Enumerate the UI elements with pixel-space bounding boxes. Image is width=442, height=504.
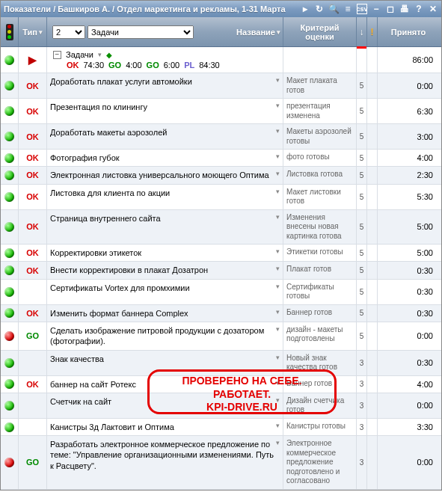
status-light [4, 331, 14, 341]
status-light [4, 287, 14, 297]
header-accepted[interactable]: Принято [378, 17, 439, 46]
header-name: 2 Задачи Название▾ [47, 17, 283, 46]
cell-type: OK [19, 210, 47, 245]
task-name: Фотография губок [50, 153, 274, 163]
chevron-down-icon[interactable]: ▾ [276, 248, 280, 255]
chevron-down-icon[interactable]: ▾ [276, 379, 280, 387]
task-name: Презентация по клинингу [50, 102, 274, 112]
cell-light [1, 393, 19, 418]
table-row[interactable]: OKКорректировки этикеток▾Этикетки готовы… [1, 245, 441, 262]
cell-priority: 3 [357, 351, 367, 375]
table-row[interactable]: OKЭлектронная листовка универсального мо… [1, 167, 441, 184]
task-name: Сертификаты Vortex для промхимии [50, 283, 274, 293]
cell-light [1, 167, 19, 183]
table-row[interactable]: OKПрезентация по клинингу▾презентация из… [1, 99, 441, 124]
chevron-down-icon[interactable]: ▾ [276, 265, 280, 272]
filter-select[interactable]: Задачи [88, 25, 194, 39]
cell-light [1, 245, 19, 261]
cell-criteria: Новый знак качества готов [283, 351, 357, 375]
table-row[interactable]: Знак качества▾Новый знак качества готов3… [1, 351, 441, 376]
table-row[interactable]: OKДоработать плакат услуги автомойки▾Мак… [1, 73, 441, 99]
table-row[interactable]: OKДоработать макеты аэрозолей▾Макеты аэр… [1, 124, 441, 150]
status-light [4, 308, 14, 318]
chevron-down-icon[interactable]: ▾ [98, 51, 102, 58]
table-row[interactable]: OKИзменить формат баннера Complex▾Баннер… [1, 305, 441, 322]
cell-priority: 5 [357, 245, 367, 261]
chevron-down-icon[interactable]: ▾ [276, 396, 280, 404]
chevron-down-icon[interactable]: ▾ [276, 325, 280, 333]
table-row[interactable]: OKЛистовка для клиента по акции▾Макет ли… [1, 185, 441, 210]
table-row[interactable]: OKСтраница внутреннего сайта▾Изменения в… [1, 210, 441, 245]
cell-priority: 5 [357, 305, 367, 322]
task-name: Канистры 3д Лактовит и Оптима [50, 422, 274, 432]
cell-warn [367, 73, 378, 98]
table-row[interactable]: OKбаннер на сайт Ротекс▾Баннер готов34:0… [1, 376, 441, 393]
help-icon[interactable]: ? [414, 4, 424, 14]
cell-name: Страница внутреннего сайта▾ [47, 210, 283, 245]
csv-icon[interactable]: csv [357, 4, 367, 14]
cell-light [1, 262, 19, 278]
level-select[interactable]: 2 [52, 25, 85, 39]
cell-warn [367, 393, 378, 418]
maximize-icon[interactable]: ◻ [385, 4, 396, 14]
cell-criteria: Макет плаката готов [283, 73, 357, 98]
cell-warn [367, 376, 378, 393]
table-row[interactable]: GOСделать изображение питровой продукции… [1, 322, 441, 351]
task-name: Корректировки этикеток [50, 248, 274, 258]
summary-row: ▶−Задачи▾◆OK74:30 GO4:00 GO6:00 PL84:308… [1, 47, 441, 73]
cell-accepted: 2:30 [378, 167, 439, 183]
cell-name: Корректировки этикеток▾ [47, 245, 283, 261]
table-row[interactable]: Сертификаты Vortex для промхимии▾Сертифи… [1, 280, 441, 305]
search-icon[interactable]: 🔍 [328, 4, 339, 14]
status-light [4, 422, 14, 432]
chevron-down-icon[interactable]: ▾ [276, 170, 280, 177]
header-warning[interactable]: ! [367, 17, 378, 46]
cell-name: Знак качества▾ [47, 351, 283, 375]
cell-name: −Задачи▾◆OK74:30 GO4:00 GO6:00 PL84:30 [47, 47, 283, 73]
chevron-down-icon[interactable]: ▾ [276, 213, 280, 221]
cell-priority: 5 [357, 150, 367, 166]
chevron-down-icon[interactable]: ▾ [276, 188, 280, 195]
cell-accepted: 4:00 [378, 150, 439, 166]
chevron-down-icon[interactable]: ▾ [276, 102, 280, 109]
cell-accepted: 6:30 [378, 99, 439, 123]
diamond-icon[interactable]: ◆ [106, 51, 112, 59]
nav-right-icon[interactable]: ▸ [300, 4, 310, 14]
cell-accepted: 3:00 [378, 124, 439, 149]
chevron-down-icon[interactable]: ▾ [276, 354, 280, 361]
chevron-down-icon[interactable]: ▾ [276, 127, 280, 135]
type-label: OK [26, 170, 39, 179]
header-sort-arrow[interactable]: ↓ [357, 17, 367, 46]
header-type[interactable]: Тип▾ [19, 17, 47, 46]
cell-type: OK [19, 124, 47, 149]
play-icon[interactable]: ▶ [28, 54, 37, 66]
cell-criteria: Дизайн счетчика готов [283, 393, 357, 418]
status-light [4, 81, 14, 90]
table-row[interactable]: GOРазработать электронное коммерческое п… [1, 436, 441, 490]
cell-criteria: Канистры готовы [283, 419, 357, 435]
header-criteria[interactable]: Критерий оценки [283, 17, 357, 46]
table-row[interactable]: OKВнести корректировки в плакат Дозатрон… [1, 262, 441, 279]
table-row[interactable]: Счетчик на сайт▾Дизайн счетчика готов30:… [1, 393, 441, 419]
close-icon[interactable]: ✕ [428, 4, 438, 14]
collapse-toggle[interactable]: − [53, 51, 61, 59]
chevron-down-icon[interactable]: ▾ [276, 439, 280, 446]
minimize-icon[interactable]: − [371, 4, 381, 14]
chevron-down-icon[interactable]: ▾ [276, 153, 280, 160]
chevron-down-icon[interactable]: ▾ [276, 422, 280, 429]
type-label: OK [26, 309, 39, 318]
link-icon[interactable]: ≡ [343, 4, 353, 14]
task-name: Страница внутреннего сайта [50, 213, 274, 224]
refresh-icon[interactable]: ↻ [314, 4, 325, 14]
chevron-down-icon[interactable]: ▾ [276, 76, 280, 84]
cell-type: OK [19, 150, 47, 166]
table-row[interactable]: Канистры 3д Лактовит и Оптима▾Канистры г… [1, 419, 441, 436]
table-row[interactable]: OKФотография губок▾фото готовы54:00 [1, 150, 441, 167]
header-traffic[interactable] [1, 17, 19, 46]
cell-criteria: презентация изменена [283, 99, 357, 123]
chevron-down-icon[interactable]: ▾ [276, 308, 280, 316]
cell-criteria: Плакат готов [283, 262, 357, 278]
chevron-down-icon[interactable]: ▾ [276, 283, 280, 290]
type-label: OK [26, 132, 39, 141]
print-icon[interactable]: 🖶 [399, 4, 410, 14]
